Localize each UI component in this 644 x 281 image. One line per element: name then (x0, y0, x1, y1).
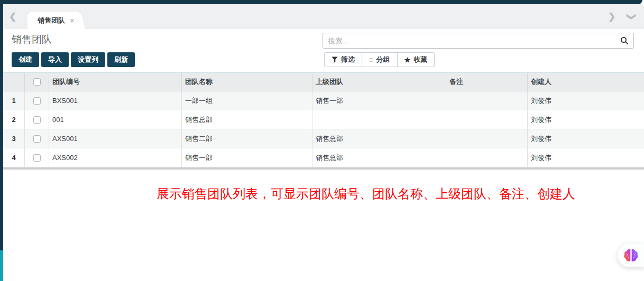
cell-creator: 刘俊伟 (527, 91, 644, 110)
group-list-icon: ≡ (369, 56, 373, 64)
cell-remark (446, 148, 527, 167)
star-icon: ★ (404, 56, 411, 64)
cell-parent-team: 销售总部 (312, 129, 446, 148)
row-checkbox-cell (24, 91, 49, 110)
table-row[interactable]: 4 AXS002 销售一部 销售总部 刘俊伟 (3, 148, 644, 167)
tab-sales-team[interactable]: 销售团队 × (27, 12, 78, 29)
search-input[interactable] (323, 37, 620, 45)
filter-button-label: 筛选 (341, 55, 355, 64)
header-parent-team[interactable]: 上级团队 (312, 73, 446, 91)
header-row-number (3, 73, 24, 91)
row-checkbox[interactable] (33, 154, 41, 162)
filter-button[interactable]: 筛选 (324, 52, 362, 67)
tab-label: 销售团队 (38, 16, 65, 25)
header-checkbox-cell (24, 73, 49, 91)
annotation-text: 展示销售团队列表，可显示团队编号、团队名称、上级团队、备注、创建人 (157, 185, 575, 202)
row-number: 3 (3, 129, 24, 148)
page-title: 销售团队 (12, 33, 52, 46)
select-all-checkbox[interactable] (33, 78, 41, 86)
cell-team-name: 销售二部 (181, 129, 312, 148)
cell-team-name: 销售总部 (181, 110, 312, 129)
refresh-button[interactable]: 刷新 (107, 52, 135, 67)
primary-button-row: 创建 导入 设置列 刷新 (12, 52, 135, 67)
table-bottom-scroll-track[interactable] (3, 167, 644, 170)
tabs-dropdown-icon[interactable]: ❯ (627, 13, 636, 20)
table-row[interactable]: 2 001 销售总部 刘俊伟 (3, 110, 644, 129)
import-button[interactable]: 导入 (41, 52, 69, 67)
group-by-button-label: 分组 (376, 55, 390, 64)
cell-team-name: 一部一组 (181, 91, 312, 110)
tab-strip: ❮ 销售团队 × ❯ ❯ (3, 4, 644, 29)
header-team-code[interactable]: 团队编号 (49, 73, 181, 91)
screen: ❮ 销售团队 × ❯ ❯ 销售团队 创建 导入 设置列 刷新 筛选 ≡ 分组 (0, 0, 644, 281)
favorites-button-label: 收藏 (413, 55, 427, 64)
row-checkbox[interactable] (33, 116, 41, 124)
set-columns-button[interactable]: 设置列 (71, 52, 105, 67)
group-by-button[interactable]: ≡ 分组 (362, 52, 398, 67)
row-number: 1 (3, 91, 24, 110)
create-button[interactable]: 创建 (12, 52, 39, 67)
cell-team-code: AXS002 (49, 148, 181, 167)
tab-close-icon[interactable]: × (70, 16, 75, 25)
cell-remark (446, 91, 527, 110)
cell-creator: 刘俊伟 (527, 110, 644, 129)
row-checkbox-cell (24, 110, 49, 129)
cell-team-code: AXS001 (49, 129, 181, 148)
search-icon[interactable] (620, 36, 629, 45)
row-checkbox-cell (24, 129, 49, 148)
header-creator[interactable]: 创建人 (527, 73, 644, 91)
table-row[interactable]: 1 BXS001 一部一组 销售一部 刘俊伟 (3, 91, 644, 110)
row-checkbox[interactable] (33, 97, 41, 105)
search-box (323, 33, 634, 49)
row-number: 2 (3, 110, 24, 129)
window-top-bar (0, 0, 642, 4)
brain-icon (623, 248, 639, 263)
table-header-row: 团队编号 团队名称 上级团队 备注 创建人 (3, 72, 644, 91)
view-button-group: 筛选 ≡ 分组 ★ 收藏 (324, 52, 435, 67)
funnel-icon (332, 57, 338, 63)
header-remark[interactable]: 备注 (446, 73, 527, 91)
sales-team-table: 团队编号 团队名称 上级团队 备注 创建人 1 BXS001 一部一组 销售一部… (3, 72, 644, 170)
cell-creator: 刘俊伟 (527, 148, 644, 167)
row-number: 4 (3, 148, 24, 167)
table-row[interactable]: 3 AXS001 销售二部 销售总部 刘俊伟 (3, 129, 644, 148)
row-checkbox[interactable] (33, 135, 41, 143)
cell-team-code: BXS001 (49, 91, 181, 110)
cell-parent-team (312, 110, 446, 129)
ai-assistant-button[interactable] (618, 243, 644, 267)
tabs-scroll-right-icon[interactable]: ❯ (608, 12, 615, 21)
tabs-scroll-left-icon[interactable]: ❮ (9, 12, 16, 21)
cell-parent-team: 销售总部 (312, 148, 446, 167)
cell-parent-team: 销售一部 (312, 91, 446, 110)
cell-remark (446, 129, 527, 148)
cell-remark (446, 110, 527, 129)
cell-team-code: 001 (49, 110, 181, 129)
row-checkbox-cell (24, 148, 49, 167)
left-edge-strip-accent (0, 250, 3, 281)
cell-creator: 刘俊伟 (527, 129, 644, 148)
header-team-name[interactable]: 团队名称 (181, 73, 312, 91)
cell-team-name: 销售一部 (181, 148, 312, 167)
favorites-button[interactable]: ★ 收藏 (397, 52, 435, 67)
